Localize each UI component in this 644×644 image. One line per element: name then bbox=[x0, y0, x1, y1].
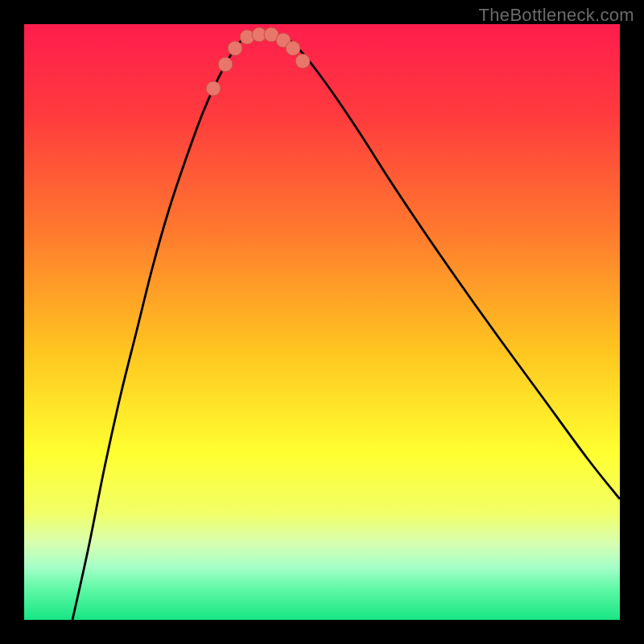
marker-point bbox=[295, 54, 310, 68]
bottleneck-chart bbox=[24, 24, 620, 620]
watermark-text: TheBottleneck.com bbox=[479, 5, 634, 26]
marker-point bbox=[286, 41, 300, 56]
marker-point bbox=[218, 57, 233, 72]
gradient-background bbox=[24, 24, 620, 620]
marker-point bbox=[228, 41, 242, 56]
marker-point bbox=[206, 81, 221, 96]
